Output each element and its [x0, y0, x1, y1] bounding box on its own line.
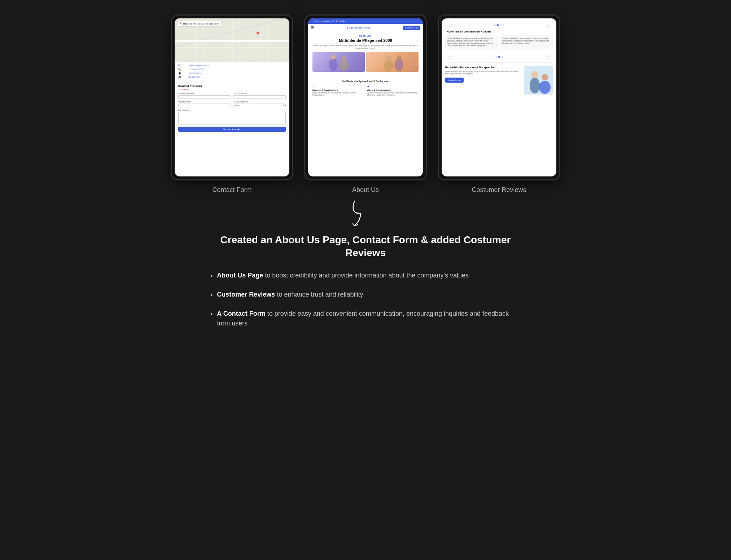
left-arrow-button[interactable]: ‹	[447, 22, 452, 28]
email-row: ✉ Email: info@spitex-plus24.ch	[178, 64, 286, 67]
name-email-row: *Name & Nachname: *Email Addresse:	[178, 92, 286, 99]
chevron-down-icon: ▾	[283, 104, 284, 106]
mobile-value: 076-365-0164	[189, 72, 201, 74]
svg-point-4	[384, 60, 394, 71]
left-arrow-button-2[interactable]: ‹	[447, 54, 452, 60]
nav-cta-button[interactable]: Kontaktiere uns	[403, 26, 420, 30]
heart-value-icon: ♡	[312, 85, 364, 88]
bullet-item-2: • Customer Reviews to enhance trust and …	[210, 290, 521, 300]
bullet-dot-2: •	[210, 290, 213, 300]
right-arrow-button[interactable]: ›	[546, 22, 551, 28]
service-select[interactable]: Select ▾	[233, 104, 286, 107]
name-group: *Name & Nachname:	[178, 92, 231, 99]
curly-arrow-svg	[344, 197, 387, 226]
phone-field-label: *Telefonnummer:	[178, 101, 231, 103]
bullet-text-3: A Contact Form to provide easy and conve…	[217, 309, 521, 328]
svg-point-1	[331, 54, 336, 60]
main-heading: Created an About Us Page, Contact Form &…	[210, 233, 521, 260]
name-input-visual[interactable]	[178, 95, 231, 99]
bullet-bold-3: A Contact Form	[217, 310, 265, 317]
location-icon: 📍	[179, 22, 182, 25]
ipad-frame-left: 📍 Standort: Webereistrasse 55, 8134 Adli…	[171, 14, 293, 180]
about-top-bar: 📞 24-Stunden-Hotline 043 433 80 00	[308, 18, 423, 24]
phone-label: Telefon:	[183, 68, 189, 70]
email-value: info@spitex-plus24.ch	[189, 64, 209, 66]
required-text: * Erforderlich	[178, 88, 286, 91]
bullet-dot-1: •	[210, 271, 213, 281]
bullet-text-2: Customer Reviews to enhance trust and re…	[217, 290, 363, 299]
value-item-1: ♡ Mitgefühl & Qualitätspflege Pflege mit…	[312, 85, 364, 97]
ipad-frame-center: 📞 24-Stunden-Hotline 043 433 80 00 ☰ ♥ S…	[304, 14, 427, 180]
map-address-row: 📍 Standort: Webereistrasse 55, 8134 Adli…	[179, 22, 219, 25]
dot-b2-active	[498, 56, 500, 58]
svg-point-6	[395, 59, 403, 71]
dot-b1	[495, 56, 497, 58]
phone-icon-top: 📞	[311, 20, 314, 22]
map-address-value: Webereistrasse 55, 8134 Adliswil	[193, 23, 219, 25]
review-text-1: "Spitex Plus24 hat in meinem Leben einen…	[447, 38, 496, 47]
caregiver-image	[524, 66, 553, 95]
bullet-list: • About Us Page to boost credibility and…	[210, 271, 521, 328]
select-placeholder: Select	[235, 104, 240, 106]
message-textarea-visual[interactable]	[178, 112, 286, 124]
about-values: Die Werte der Spitex Plus24 GmbH sind ♡ …	[308, 77, 423, 100]
contact-info-section: ✉ Email: info@spitex-plus24.ch 📞 Telefon…	[175, 62, 289, 82]
map-area: 📍 Standort: Webereistrasse 55, 8134 Adli…	[175, 18, 289, 62]
bottom-desc: Unsere Krankenschwestern verkörpern Mitg…	[445, 71, 521, 76]
nurse-figure-2	[366, 52, 419, 72]
fax-row: 📠 Fax: 043-928-3236	[178, 76, 286, 79]
dot-b3	[501, 56, 503, 58]
submit-label: Nachricht senden	[223, 128, 241, 130]
menu-icon[interactable]: ☰	[311, 26, 314, 30]
nursing-image-2	[366, 52, 419, 72]
bottom-text-area: Ihr Wohlbefinden, unser Versprechen Unse…	[445, 66, 521, 83]
submit-button[interactable]: Nachricht senden	[178, 127, 286, 132]
name-label: *Name & Nachname:	[178, 92, 231, 95]
email-group: *Email Addresse:	[233, 92, 286, 99]
ipad-frame-right: ‹ › Hören Sie es von unseren Kunden: "Sp…	[438, 14, 560, 180]
phone-input-visual[interactable]	[178, 104, 231, 107]
values-grid: ♡ Mitgefühl & Qualitätspflege Pflege mit…	[312, 85, 419, 97]
value-desc-2: Wahrung Privatsphäre und kulturellem Res…	[367, 92, 419, 97]
value-desc-1: Pflege mit Empathie und Freundlichkeit. …	[312, 92, 364, 97]
bottom-image	[524, 66, 553, 95]
reviews-device: ‹ › Hören Sie es von unseren Kunden: "Sp…	[438, 14, 560, 194]
contact-form-label: Contact Form	[212, 186, 251, 194]
message-label: Ihre Nachricht:	[178, 109, 286, 111]
svg-point-3	[342, 56, 346, 61]
service-group: *Dienst erforderlich: Select ▾	[233, 101, 286, 107]
contact-form-device: 📍 Standort: Webereistrasse 55, 8134 Adli…	[171, 14, 293, 194]
brand-name: Spitex Plus24 GmbH	[349, 27, 371, 29]
about-nav: ☰ ♥ Spitex Plus24 GmbH Kontaktiere uns	[308, 24, 423, 32]
reviews-nav-bottom: ‹ ›	[442, 52, 556, 62]
dot-3	[500, 24, 502, 26]
phone-row: 📞 Telefon: 043-433-8000	[178, 68, 286, 71]
mobile-icon: 📱	[178, 72, 181, 75]
contact-screen: 📍 Standort: Webereistrasse 55, 8134 Adli…	[175, 18, 289, 176]
phone-group: *Telefonnummer:	[178, 101, 231, 107]
review-card-1: "Spitex Plus24 hat in meinem Leben einen…	[445, 35, 498, 49]
reviews-section-title: Hören Sie es von unseren Kunden:	[442, 30, 556, 35]
review-card-2: "Ich kann Spitex Plus24 gar nicht genug …	[500, 35, 553, 49]
svg-point-12	[542, 74, 548, 80]
bottom-section: Ihr Wohlbefinden, unser Versprechen Unse…	[442, 63, 556, 97]
bottom-cta-button[interactable]: Kontaktiere uns	[445, 78, 464, 83]
content-section: Created an About Us Page, Contact Form &…	[203, 233, 528, 328]
dot-4	[503, 24, 504, 26]
bullet-bold-2: Customer Reviews	[217, 291, 275, 298]
svg-point-2	[339, 60, 349, 71]
pagination-dots	[494, 24, 504, 26]
bullet-rest-1: to boost credibility and provide informa…	[263, 272, 469, 279]
about-title: Mitfühlende Pflege seit 2008	[312, 38, 419, 43]
heart-brand-icon: ♥	[346, 26, 348, 30]
value-name-1: Mitgefühl & Qualitätspflege	[312, 89, 364, 91]
email-input-visual[interactable]	[233, 95, 286, 99]
fax-icon: 📠	[178, 76, 181, 79]
bullet-item-3: • A Contact Form to provide easy and con…	[210, 309, 521, 328]
svg-point-9	[530, 78, 540, 93]
bullet-text-1: About Us Page to boost credibility and p…	[217, 271, 469, 280]
right-arrow-button-2[interactable]: ›	[546, 54, 551, 60]
dot-1	[494, 24, 496, 26]
svg-point-11	[539, 81, 551, 94]
reviews-screen: ‹ › Hören Sie es von unseren Kunden: "Sp…	[442, 18, 556, 176]
